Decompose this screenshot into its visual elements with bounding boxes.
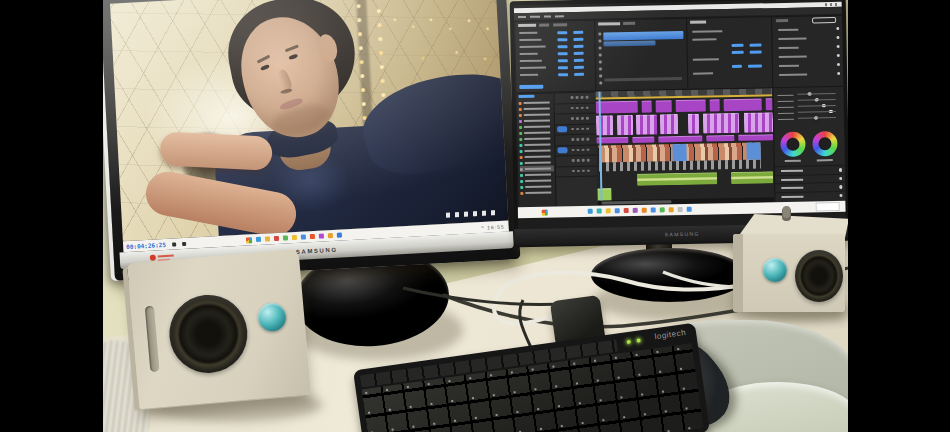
num-lock-led <box>626 340 631 345</box>
right-monitor: SAMSUNG <box>510 0 848 247</box>
eye <box>288 53 298 59</box>
left-monitor: 00:04:26:25 ^ 16:55 SAMSUNG <box>103 0 520 281</box>
letterboxed-photo: 00:04:26:25 ^ 16:55 SAMSUNG <box>0 0 950 432</box>
finger <box>159 131 273 171</box>
track-headers <box>553 92 599 209</box>
left-monitor-screen <box>110 0 508 241</box>
effect-controls-panel <box>514 20 597 94</box>
left-speaker <box>127 249 311 409</box>
speaker-driver <box>795 250 843 302</box>
color-wheel-midtones <box>780 132 805 157</box>
lumetri-color-panel <box>772 87 846 202</box>
player-timecode: 00:04:26:25 <box>126 241 166 250</box>
speaker-driver <box>166 292 251 377</box>
project-panel <box>515 92 557 209</box>
graphics-track-1 <box>596 98 773 113</box>
eye <box>260 64 270 71</box>
h-scrollbar <box>604 77 682 81</box>
active-tab-underline <box>518 95 534 98</box>
windows-start-icon <box>542 209 548 215</box>
video-clip-blue <box>746 142 760 159</box>
lumetri-sections <box>775 165 846 200</box>
source-clip-bar <box>603 31 683 41</box>
source-panel <box>594 18 689 92</box>
right-monitor-screen <box>514 0 846 229</box>
eyebrow <box>285 44 299 52</box>
desk-photo: 00:04:26:25 ^ 16:55 SAMSUNG <box>103 0 848 432</box>
bass-port <box>145 306 160 373</box>
timeline <box>595 88 774 205</box>
speaker-front <box>733 234 845 312</box>
graphics-track-2 <box>596 112 773 135</box>
video-clip-blue <box>672 144 686 161</box>
taskbar-icons <box>584 207 692 214</box>
volume-knob <box>257 302 287 332</box>
nostril <box>280 88 293 95</box>
monitor-joystick <box>783 206 790 218</box>
right-speaker <box>733 214 848 312</box>
video-track-audio-strip <box>599 159 761 171</box>
system-tray: ^ 16:55 <box>481 223 505 230</box>
tab-pill <box>812 17 836 23</box>
selected-item <box>519 85 543 89</box>
properties-panel <box>686 16 774 90</box>
samsung-logo: SAMSUNG <box>665 231 700 238</box>
speaker-side <box>733 234 743 312</box>
window-controls <box>825 3 839 6</box>
samsung-logo: SAMSUNG <box>296 246 338 254</box>
source-clip-bar <box>603 40 655 46</box>
track-header-rows <box>554 93 598 178</box>
essential-panel <box>771 15 845 88</box>
logitech-logo: logitech <box>654 328 687 341</box>
volume-knob <box>763 258 787 282</box>
color-wheel-highlights <box>812 131 837 156</box>
player-stop-button <box>172 242 176 246</box>
system-tray-clock <box>816 202 840 211</box>
caps-lock-led <box>636 338 641 343</box>
player-play-button <box>182 241 186 245</box>
eyebrow <box>257 55 271 64</box>
lumetri-sliders <box>773 91 845 122</box>
audio-track <box>597 171 774 186</box>
project-bin-list <box>517 99 557 196</box>
